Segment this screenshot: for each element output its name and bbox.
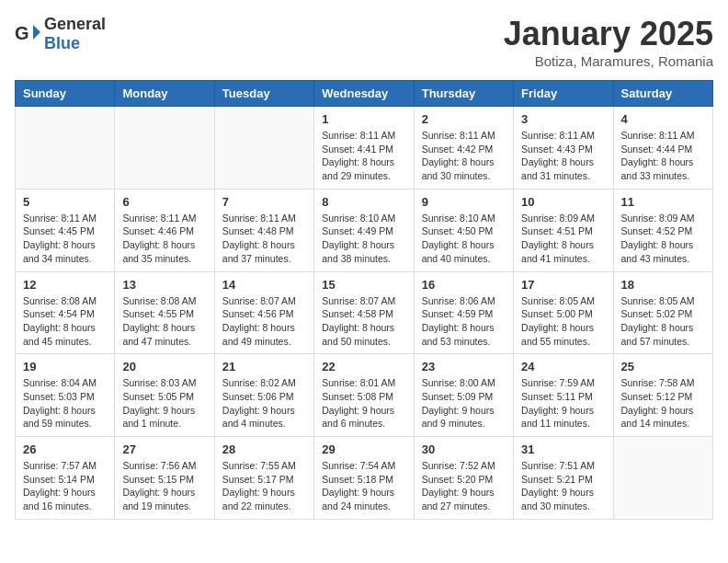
day-number: 7 <box>222 195 306 209</box>
logo-icon: G <box>15 21 40 47</box>
weekday-header-monday: Monday <box>115 81 214 107</box>
calendar-cell: 14Sunrise: 8:07 AM Sunset: 4:56 PM Dayli… <box>214 271 313 354</box>
day-number: 6 <box>122 195 206 209</box>
calendar-cell: 3Sunrise: 8:11 AM Sunset: 4:43 PM Daylig… <box>514 107 613 190</box>
calendar-cell: 15Sunrise: 8:07 AM Sunset: 4:58 PM Dayli… <box>314 271 414 354</box>
day-number: 12 <box>23 278 107 292</box>
day-info: Sunrise: 7:56 AM Sunset: 5:15 PM Dayligh… <box>122 459 206 513</box>
calendar-cell: 17Sunrise: 8:05 AM Sunset: 5:00 PM Dayli… <box>514 271 613 354</box>
day-info: Sunrise: 7:54 AM Sunset: 5:18 PM Dayligh… <box>322 459 405 513</box>
day-number: 8 <box>322 195 405 209</box>
day-info: Sunrise: 8:01 AM Sunset: 5:08 PM Dayligh… <box>322 376 405 431</box>
day-info: Sunrise: 7:52 AM Sunset: 5:20 PM Dayligh… <box>422 459 506 513</box>
page-header: G General Blue January 2025 Botiza, Mara… <box>15 15 713 69</box>
day-number: 21 <box>222 360 306 373</box>
day-info: Sunrise: 7:58 AM Sunset: 5:12 PM Dayligh… <box>621 376 705 431</box>
day-info: Sunrise: 8:05 AM Sunset: 5:02 PM Dayligh… <box>621 294 705 349</box>
day-number: 27 <box>122 442 206 456</box>
calendar-cell: 23Sunrise: 8:00 AM Sunset: 5:09 PM Dayli… <box>414 354 513 437</box>
logo: G General Blue <box>15 15 106 53</box>
weekday-header-thursday: Thursday <box>414 81 513 107</box>
calendar-cell: 19Sunrise: 8:04 AM Sunset: 5:03 PM Dayli… <box>16 354 115 437</box>
weekday-header-wednesday: Wednesday <box>314 81 414 107</box>
logo-general: General <box>44 15 106 33</box>
day-number: 15 <box>322 278 405 292</box>
day-info: Sunrise: 8:08 AM Sunset: 4:55 PM Dayligh… <box>122 294 206 349</box>
calendar-cell: 25Sunrise: 7:58 AM Sunset: 5:12 PM Dayli… <box>613 354 712 437</box>
calendar-table: SundayMondayTuesdayWednesdayThursdayFrid… <box>15 80 713 520</box>
day-number: 13 <box>122 278 206 292</box>
calendar-cell: 22Sunrise: 8:01 AM Sunset: 5:08 PM Dayli… <box>314 354 414 437</box>
day-info: Sunrise: 8:00 AM Sunset: 5:09 PM Dayligh… <box>422 376 506 431</box>
calendar-cell: 1Sunrise: 8:11 AM Sunset: 4:41 PM Daylig… <box>314 107 414 190</box>
day-number: 3 <box>521 112 605 126</box>
calendar-cell <box>214 107 313 190</box>
calendar-cell: 11Sunrise: 8:09 AM Sunset: 4:52 PM Dayli… <box>613 189 712 271</box>
day-number: 10 <box>521 195 605 209</box>
calendar-cell: 4Sunrise: 8:11 AM Sunset: 4:44 PM Daylig… <box>613 107 712 190</box>
day-info: Sunrise: 8:09 AM Sunset: 4:51 PM Dayligh… <box>521 212 605 266</box>
calendar-cell: 28Sunrise: 7:55 AM Sunset: 5:17 PM Dayli… <box>214 437 313 520</box>
week-row-1: 1Sunrise: 8:11 AM Sunset: 4:41 PM Daylig… <box>16 107 713 190</box>
svg-text:G: G <box>15 23 29 43</box>
calendar-cell: 21Sunrise: 8:02 AM Sunset: 5:06 PM Dayli… <box>214 354 313 437</box>
weekday-header-sunday: Sunday <box>16 81 115 107</box>
day-info: Sunrise: 8:11 AM Sunset: 4:45 PM Dayligh… <box>23 212 107 266</box>
day-number: 24 <box>521 360 605 373</box>
day-info: Sunrise: 8:07 AM Sunset: 4:56 PM Dayligh… <box>222 294 306 349</box>
calendar-title: January 2025 <box>504 15 713 53</box>
svg-marker-1 <box>33 25 40 40</box>
calendar-cell: 6Sunrise: 8:11 AM Sunset: 4:46 PM Daylig… <box>115 189 214 271</box>
week-row-2: 5Sunrise: 8:11 AM Sunset: 4:45 PM Daylig… <box>16 189 713 271</box>
calendar-cell: 10Sunrise: 8:09 AM Sunset: 4:51 PM Dayli… <box>514 189 613 271</box>
calendar-cell: 8Sunrise: 8:10 AM Sunset: 4:49 PM Daylig… <box>314 189 414 271</box>
calendar-subtitle: Botiza, Maramures, Romania <box>504 53 713 69</box>
calendar-cell: 24Sunrise: 7:59 AM Sunset: 5:11 PM Dayli… <box>514 354 613 437</box>
day-info: Sunrise: 7:55 AM Sunset: 5:17 PM Dayligh… <box>222 459 306 513</box>
day-number: 5 <box>23 195 107 209</box>
day-info: Sunrise: 8:11 AM Sunset: 4:46 PM Dayligh… <box>122 212 206 266</box>
day-number: 29 <box>322 442 405 456</box>
day-info: Sunrise: 7:57 AM Sunset: 5:14 PM Dayligh… <box>23 459 107 513</box>
calendar-cell: 18Sunrise: 8:05 AM Sunset: 5:02 PM Dayli… <box>613 271 712 354</box>
day-info: Sunrise: 8:11 AM Sunset: 4:42 PM Dayligh… <box>422 129 506 183</box>
day-number: 19 <box>23 360 107 373</box>
day-info: Sunrise: 8:10 AM Sunset: 4:50 PM Dayligh… <box>422 212 506 266</box>
weekday-header-friday: Friday <box>514 81 613 107</box>
day-number: 11 <box>621 195 705 209</box>
day-info: Sunrise: 8:11 AM Sunset: 4:44 PM Dayligh… <box>621 129 705 183</box>
day-info: Sunrise: 8:02 AM Sunset: 5:06 PM Dayligh… <box>222 376 306 431</box>
day-info: Sunrise: 8:06 AM Sunset: 4:59 PM Dayligh… <box>422 294 506 349</box>
day-info: Sunrise: 8:04 AM Sunset: 5:03 PM Dayligh… <box>23 376 107 431</box>
calendar-cell: 20Sunrise: 8:03 AM Sunset: 5:05 PM Dayli… <box>115 354 214 437</box>
calendar-cell: 27Sunrise: 7:56 AM Sunset: 5:15 PM Dayli… <box>115 437 214 520</box>
weekday-header-row: SundayMondayTuesdayWednesdayThursdayFrid… <box>16 81 713 107</box>
calendar-cell <box>115 107 214 190</box>
calendar-cell <box>613 437 712 520</box>
weekday-header-tuesday: Tuesday <box>214 81 313 107</box>
calendar-cell: 29Sunrise: 7:54 AM Sunset: 5:18 PM Dayli… <box>314 437 414 520</box>
day-number: 20 <box>122 360 206 373</box>
day-number: 31 <box>521 442 605 456</box>
day-info: Sunrise: 8:09 AM Sunset: 4:52 PM Dayligh… <box>621 212 705 266</box>
title-block: January 2025 Botiza, Maramures, Romania <box>504 15 713 69</box>
day-number: 25 <box>621 360 705 373</box>
calendar-cell: 5Sunrise: 8:11 AM Sunset: 4:45 PM Daylig… <box>16 189 115 271</box>
week-row-4: 19Sunrise: 8:04 AM Sunset: 5:03 PM Dayli… <box>16 354 713 437</box>
calendar-cell: 31Sunrise: 7:51 AM Sunset: 5:21 PM Dayli… <box>514 437 613 520</box>
day-number: 1 <box>322 112 405 126</box>
day-number: 16 <box>422 278 506 292</box>
day-number: 26 <box>23 442 107 456</box>
day-info: Sunrise: 8:11 AM Sunset: 4:43 PM Dayligh… <box>521 129 605 183</box>
day-info: Sunrise: 8:03 AM Sunset: 5:05 PM Dayligh… <box>122 376 206 431</box>
day-number: 4 <box>621 112 705 126</box>
day-info: Sunrise: 8:07 AM Sunset: 4:58 PM Dayligh… <box>322 294 405 349</box>
day-info: Sunrise: 8:05 AM Sunset: 5:00 PM Dayligh… <box>521 294 605 349</box>
calendar-cell: 2Sunrise: 8:11 AM Sunset: 4:42 PM Daylig… <box>414 107 513 190</box>
day-info: Sunrise: 7:59 AM Sunset: 5:11 PM Dayligh… <box>521 376 605 431</box>
calendar-cell: 7Sunrise: 8:11 AM Sunset: 4:48 PM Daylig… <box>214 189 313 271</box>
day-info: Sunrise: 7:51 AM Sunset: 5:21 PM Dayligh… <box>521 459 605 513</box>
weekday-header-saturday: Saturday <box>613 81 712 107</box>
day-info: Sunrise: 8:08 AM Sunset: 4:54 PM Dayligh… <box>23 294 107 349</box>
day-number: 2 <box>422 112 506 126</box>
